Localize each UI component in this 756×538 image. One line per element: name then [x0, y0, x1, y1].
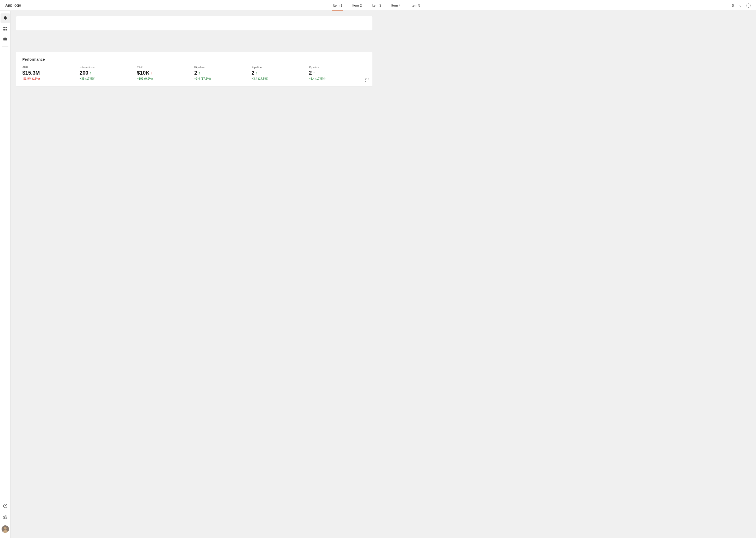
metric-interactions: Interactions 200 ↑ +35 (17.5%): [79, 66, 137, 80]
metric-te-change: +$99 (9.9%): [137, 77, 190, 80]
metric-pipeline-3-value-row: 2 ↑: [309, 70, 362, 76]
metric-afr-value-row: $15.3M ↓: [22, 70, 75, 76]
metrics-row: AFR $15.3M ↓ -$1.9M (13%) Interactions 2…: [22, 66, 366, 80]
metric-pipeline-3: Pipeline 2 ↑ +3.4 (17.5%): [309, 66, 366, 80]
grid-icon[interactable]: [1, 24, 10, 33]
metric-pipeline-2-value-row: 2 ↑: [252, 70, 305, 76]
metric-pipeline-3-change: +3.4 (17.5%): [309, 77, 362, 80]
arrow-up-icon: ↑: [90, 71, 92, 75]
metric-pipeline-3-value: 2: [309, 70, 312, 76]
metric-te: T&E $10K ↓ +$99 (9.9%): [137, 66, 194, 80]
arrow-up-icon-p3: ↑: [313, 71, 315, 75]
arrow-up-icon-p2: ↑: [256, 71, 258, 75]
nav-items: Item 1 Item 2 Item 3 Item 4 Item 5: [26, 0, 378, 11]
metric-pipeline-2-value: 2: [252, 70, 254, 76]
metric-pipeline-1-change: +3.4 (17.5%): [194, 77, 247, 80]
metric-te-value-row: $10K ↓: [137, 70, 190, 76]
arrow-down-icon: ↓: [41, 71, 43, 75]
metric-interactions-value: 200: [79, 70, 88, 76]
metric-interactions-change: +35 (17.5%): [79, 77, 132, 80]
top-nav: App logo Item 1 Item 2 Item 3 Item 4 Ite…: [0, 0, 378, 11]
metric-te-label: T&E: [137, 66, 190, 69]
metric-afr: AFR $15.3M ↓ -$1.9M (13%): [22, 66, 79, 80]
metric-afr-change: -$1.9M (13%): [22, 77, 75, 80]
svg-rect-0: [3, 27, 5, 28]
metric-afr-value: $15.3M: [22, 70, 40, 76]
arrow-up-icon-p1: ↑: [199, 71, 200, 75]
left-sidebar: [0, 11, 11, 269]
sidebar-divider: [2, 46, 8, 47]
metric-pipeline-1-value: 2: [194, 70, 197, 76]
metric-pipeline-2-change: +3.4 (17.5%): [252, 77, 305, 80]
svg-rect-2: [3, 29, 5, 30]
metric-pipeline-2: Pipeline 2 ↑ +3.4 (17.5%): [252, 66, 309, 80]
nav-item-2[interactable]: Item 2: [351, 0, 363, 11]
expand-icon[interactable]: [365, 78, 369, 83]
metric-pipeline-1-value-row: 2 ↑: [194, 70, 247, 76]
top-banner-card: [16, 16, 373, 31]
metric-interactions-label: Interactions: [79, 66, 132, 69]
bell-icon[interactable]: [1, 13, 10, 23]
metric-interactions-value-row: 200 ↑: [79, 70, 132, 76]
metric-te-value: $10K: [137, 70, 150, 76]
performance-title: Performance: [22, 57, 366, 62]
main-content: Performance AFR $15.3M ↓ -$1.9M (13%) In…: [11, 11, 378, 269]
briefcase-icon[interactable]: [1, 34, 10, 44]
svg-rect-3: [6, 29, 7, 30]
arrow-down-icon-te: ↓: [151, 71, 153, 75]
nav-item-3[interactable]: Item 3: [371, 0, 378, 11]
metric-pipeline-1-label: Pipeline: [194, 66, 247, 69]
performance-card: Performance AFR $15.3M ↓ -$1.9M (13%) In…: [16, 52, 373, 87]
app-logo: App logo: [0, 3, 26, 7]
spacer: [16, 36, 373, 52]
metric-pipeline-2-label: Pipeline: [252, 66, 305, 69]
nav-item-1[interactable]: Item 1: [332, 0, 343, 11]
svg-rect-1: [6, 27, 7, 28]
metric-afr-label: AFR: [22, 66, 75, 69]
metric-pipeline-1: Pipeline 2 ↑ +3.4 (17.5%): [194, 66, 252, 80]
metric-pipeline-3-label: Pipeline: [309, 66, 362, 69]
